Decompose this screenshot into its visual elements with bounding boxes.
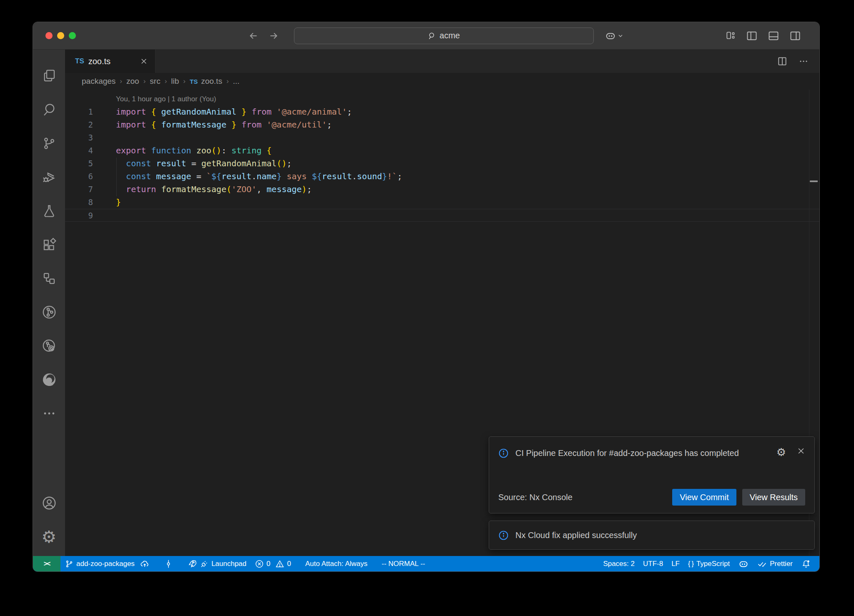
edge-tools-icon[interactable]	[38, 363, 60, 396]
line-number: 1	[65, 105, 93, 118]
testing-icon[interactable]	[38, 194, 60, 228]
notification-close-icon[interactable]	[797, 447, 805, 455]
code-text: const message = `${result.name} says ${r…	[93, 170, 402, 183]
back-icon[interactable]	[248, 30, 259, 41]
plug-icon	[200, 559, 209, 568]
command-center-search[interactable]: acme	[294, 28, 594, 44]
notification-message: Nx Cloud fix applied successfully	[515, 531, 637, 540]
window-controls	[33, 32, 90, 39]
encoding-item[interactable]: UTF-8	[639, 560, 667, 568]
encoding-label: UTF-8	[643, 560, 663, 568]
status-bar: >< add-zoo-packages	[33, 556, 819, 571]
nx-console-icon[interactable]	[38, 295, 60, 329]
toggle-primary-sidebar-icon[interactable]	[746, 30, 758, 42]
title-bar: acme	[33, 22, 819, 50]
breadcrumb-item[interactable]: src	[150, 77, 160, 86]
git-commit-icon	[164, 559, 173, 568]
breadcrumb-item[interactable]: ...	[233, 77, 240, 86]
run-debug-icon[interactable]	[38, 160, 60, 194]
view-commit-button[interactable]: View Commit	[672, 489, 736, 506]
language-mode-item[interactable]: { } TypeScript	[684, 560, 734, 568]
nx-cloud-icon[interactable]	[38, 329, 60, 363]
problems-item[interactable]: 0 0	[251, 559, 295, 568]
explorer-icon[interactable]	[38, 59, 60, 93]
close-window-button[interactable]	[45, 32, 53, 39]
activity-bar: ⚙	[33, 50, 65, 556]
accounts-icon[interactable]	[38, 486, 60, 520]
remote-indicator[interactable]: ><	[33, 556, 60, 571]
git-commit-item[interactable]	[160, 559, 177, 568]
code-line[interactable]: 5 const result = getRandomAnimal();	[65, 157, 819, 170]
code-line[interactable]: 2import { formatMessage } from '@acme/ut…	[65, 118, 819, 131]
tab-zoo-ts[interactable]: TS zoo.ts	[65, 50, 156, 73]
eol-item[interactable]: LF	[667, 560, 684, 568]
editor-more-actions-icon[interactable]	[799, 56, 809, 66]
launchpad-label: Launchpad	[211, 560, 246, 568]
toggle-panel-icon[interactable]	[768, 30, 779, 42]
extensions-icon[interactable]	[38, 228, 60, 261]
breadcrumb-item[interactable]: lib	[171, 77, 179, 86]
source-control-icon[interactable]	[38, 126, 60, 160]
errors-icon	[255, 559, 264, 568]
forward-icon[interactable]	[268, 30, 279, 41]
code-text: import { formatMessage } from '@acme/uti…	[93, 118, 332, 131]
eol-label: LF	[671, 560, 680, 568]
indent-guide	[116, 158, 117, 196]
maximize-window-button[interactable]	[69, 32, 76, 39]
search-value: acme	[440, 31, 460, 40]
code-line[interactable]: 6 const message = `${result.name} says $…	[65, 170, 819, 183]
code-line[interactable]: 9	[65, 209, 819, 222]
info-icon	[498, 445, 509, 461]
project-graph-icon[interactable]	[38, 261, 60, 295]
code-line[interactable]: 7 return formatMessage('ZOO', message);	[65, 183, 819, 196]
view-results-button[interactable]: View Results	[742, 489, 805, 506]
toggle-secondary-sidebar-icon[interactable]	[789, 30, 801, 42]
minimize-window-button[interactable]	[57, 32, 64, 39]
code-text	[93, 209, 116, 221]
chevron-down-icon	[617, 33, 624, 39]
vim-mode-item[interactable]: -- NORMAL --	[377, 560, 429, 568]
copilot-status-item[interactable]	[734, 558, 753, 569]
chevron-right-icon: ›	[226, 77, 229, 85]
branch-name: add-zoo-packages	[76, 560, 135, 568]
breadcrumb-item[interactable]: zoo	[126, 77, 139, 86]
close-tab-icon[interactable]	[140, 58, 148, 65]
line-number: 8	[65, 196, 93, 209]
customize-layout-icon[interactable]	[725, 30, 736, 42]
settings-gear-icon[interactable]: ⚙	[38, 520, 60, 553]
bell-icon	[801, 559, 811, 569]
notifications-bell-item[interactable]	[797, 559, 815, 569]
code-line[interactable]: 3	[65, 131, 819, 144]
launchpad-item[interactable]: Launchpad	[183, 559, 251, 569]
notification-settings-gear-icon[interactable]: ⚙	[776, 447, 786, 458]
code-line[interactable]: 8}	[65, 196, 819, 209]
notification-message: CI Pipeline Execution for #add-zoo-packa…	[515, 445, 741, 461]
git-branch-icon	[65, 559, 74, 568]
indentation-item[interactable]: Spaces: 2	[599, 560, 639, 568]
line-number: 3	[65, 131, 93, 144]
formatter-item[interactable]: Prettier	[753, 559, 797, 569]
notification-source: Source: Nx Console	[498, 493, 573, 502]
code-lines: 1import { getRandomAnimal } from '@acme/…	[65, 105, 819, 222]
line-number: 4	[65, 144, 93, 157]
git-blame-annotation: You, 1 hour ago | 1 author (You)	[65, 95, 819, 105]
code-line[interactable]: 1import { getRandomAnimal } from '@acme/…	[65, 105, 819, 118]
search-view-icon[interactable]	[38, 93, 60, 126]
overview-ruler-mark	[810, 180, 818, 182]
warnings-icon	[275, 559, 284, 568]
info-icon	[498, 530, 509, 541]
copilot-icon	[738, 558, 749, 569]
braces-icon: { }	[688, 560, 694, 568]
line-number: 7	[65, 183, 93, 196]
auto-attach-item[interactable]: Auto Attach: Always	[301, 560, 372, 568]
language-label: TypeScript	[696, 560, 730, 568]
copilot-menu[interactable]	[605, 30, 624, 42]
formatter-label: Prettier	[770, 560, 793, 568]
git-branch-item[interactable]: add-zoo-packages	[60, 559, 154, 569]
breadcrumb-item[interactable]: packages	[82, 77, 116, 86]
more-views-icon[interactable]	[38, 396, 60, 430]
breadcrumb-item[interactable]: zoo.ts	[201, 77, 222, 86]
split-editor-icon[interactable]	[777, 56, 788, 67]
chevron-right-icon: ›	[165, 77, 167, 85]
code-line[interactable]: 4export function zoo(): string {	[65, 144, 819, 157]
